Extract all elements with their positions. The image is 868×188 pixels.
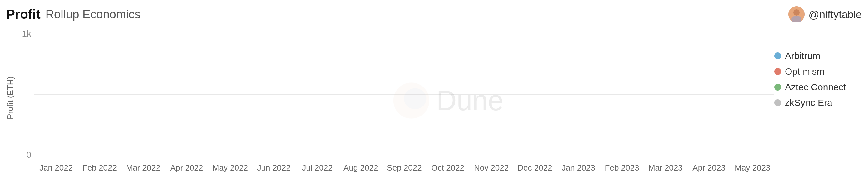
bar-group	[557, 29, 600, 160]
bars-container	[34, 29, 774, 160]
legend-label-optimism: Optimism	[785, 66, 825, 77]
x-label: Mar 2023	[644, 160, 687, 176]
x-label: Dec 2022	[513, 160, 556, 176]
bar-group	[208, 29, 252, 160]
legend: Arbitrum Optimism Aztec Connect zkSync E…	[774, 51, 856, 108]
bar-group	[296, 29, 339, 160]
chart-area: 1k 0 Profit (ETH) Dune Ja	[6, 26, 862, 176]
y-axis-title: Profit (ETH)	[6, 76, 15, 119]
username: @niftytable	[808, 8, 862, 21]
legend-dot-optimism	[774, 68, 781, 75]
x-labels: Jan 2022Feb 2022Mar 2022Apr 2022May 2022…	[34, 160, 774, 176]
bar-group	[78, 29, 121, 160]
x-label: Jul 2022	[296, 160, 339, 176]
svg-point-1	[793, 9, 800, 15]
x-label: Apr 2023	[687, 160, 731, 176]
bar-group	[252, 29, 295, 160]
x-label: Oct 2022	[426, 160, 470, 176]
legend-label-aztec: Aztec Connect	[785, 82, 846, 92]
bar-group	[470, 29, 513, 160]
bar-group	[122, 29, 165, 160]
bar-group	[600, 29, 644, 160]
bar-group	[339, 29, 382, 160]
y-label-0: 0	[26, 150, 31, 160]
chart-container: Profit Rollup Economics @niftytable 1k 0…	[0, 0, 868, 188]
legend-label-arbitrum: Arbitrum	[785, 51, 820, 61]
bar-group	[426, 29, 470, 160]
x-label: Feb 2023	[600, 160, 644, 176]
header-left: Profit Rollup Economics	[6, 7, 141, 22]
bar-group	[644, 29, 687, 160]
x-label: Apr 2022	[165, 160, 208, 176]
x-label: Jun 2022	[252, 160, 295, 176]
chart-subtitle: Rollup Economics	[45, 8, 141, 21]
x-label: Jan 2023	[557, 160, 600, 176]
bar-group	[687, 29, 731, 160]
avatar	[788, 6, 805, 23]
user-info: @niftytable	[788, 6, 862, 23]
bar-group	[731, 29, 774, 160]
header: Profit Rollup Economics @niftytable	[6, 6, 862, 23]
bar-group	[513, 29, 556, 160]
x-label: Sep 2022	[382, 160, 426, 176]
legend-dot-aztec	[774, 84, 781, 91]
y-axis: 1k 0 Profit (ETH)	[6, 26, 34, 176]
legend-item-optimism: Optimism	[774, 66, 856, 77]
page-title: Profit	[6, 7, 41, 22]
legend-label-zksync: zkSync Era	[785, 97, 832, 108]
y-label-1k: 1k	[22, 29, 31, 39]
legend-dot-zksync	[774, 99, 781, 106]
legend-item-aztec: Aztec Connect	[774, 82, 856, 92]
x-label: Mar 2022	[122, 160, 165, 176]
x-label: Jan 2022	[34, 160, 78, 176]
x-label: Aug 2022	[339, 160, 382, 176]
x-label: May 2022	[208, 160, 252, 176]
plot-area: Dune Jan 2022Feb 2022Mar 2022Apr 2022May…	[34, 26, 862, 176]
bar-group	[34, 29, 78, 160]
legend-item-arbitrum: Arbitrum	[774, 51, 856, 61]
bar-group	[165, 29, 208, 160]
x-label: Nov 2022	[470, 160, 513, 176]
x-label: May 2023	[731, 160, 774, 176]
legend-dot-arbitrum	[774, 53, 781, 59]
x-label: Feb 2022	[78, 160, 121, 176]
bar-group	[382, 29, 426, 160]
legend-item-zksync: zkSync Era	[774, 97, 856, 108]
